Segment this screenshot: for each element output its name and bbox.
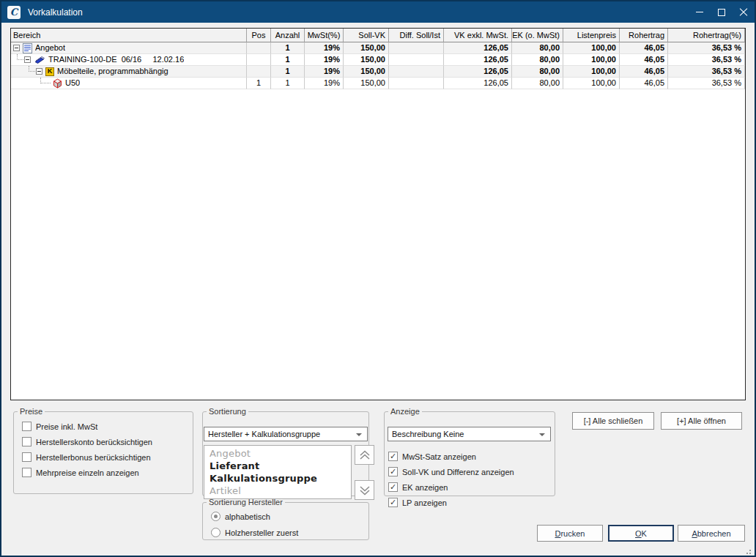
sort-list-item-artikel[interactable]: Artikel — [210, 485, 351, 497]
cell-rohertrag-pct: 36,53 % — [668, 42, 745, 54]
radio-icon[interactable] — [211, 512, 220, 521]
checkbox-herstellerbonus[interactable]: Herstellerbonus berücksichtigen — [22, 452, 193, 463]
tree-label: U50 — [65, 78, 80, 89]
checkbox-preise-inkl-mwst[interactable]: Preise inkl. MwSt — [22, 421, 193, 432]
table-row-moebelteile[interactable]: K Möbelteile, programmabhängig 1 19% 150… — [11, 66, 745, 78]
cell-soll-vk: 150,00 — [344, 66, 389, 78]
beschreibung-dropdown[interactable]: Beschreibung Keine — [388, 427, 551, 441]
cell-anzahl: 1 — [271, 66, 305, 78]
app-icon: C — [7, 6, 21, 19]
cell-mwst: 19% — [305, 66, 344, 78]
group-preise-title: Preise — [18, 407, 45, 416]
checkbox-mehrpreise[interactable]: Mehrpreise einzeln anzeigen — [22, 467, 193, 478]
group-preise: Preise Preise inkl. MwSt Herstellerskont… — [13, 407, 193, 494]
sortierung-dropdown[interactable]: Hersteller + Kalkulationsgruppe — [204, 427, 368, 441]
radio-label: Holzhersteller zuerst — [225, 528, 298, 537]
maximize-button[interactable] — [711, 1, 733, 23]
cell-pos — [247, 42, 271, 54]
cell-vk-exkl: 126,05 — [444, 66, 512, 78]
cell-vk-exkl: 126,05 — [444, 54, 512, 66]
checkbox-ek-anzeigen[interactable]: ✓ EK anzeigen — [388, 482, 555, 493]
cell-ek: 80,00 — [512, 78, 563, 89]
column-header-diff-soll-ist[interactable]: Diff. Soll/Ist — [389, 29, 444, 42]
collapse-expander-icon[interactable] — [24, 56, 31, 63]
maximize-icon — [718, 9, 725, 16]
ok-button[interactable]: OK — [608, 525, 674, 542]
column-header-ek[interactable]: EK (o. MwSt) — [512, 29, 563, 42]
vorkalkulation-table: Bereich Pos Anzahl MwSt(%) Soll-VK Diff.… — [10, 28, 746, 400]
checkbox-icon[interactable] — [22, 468, 32, 477]
radio-alphabetisch[interactable]: alphabetisch — [211, 511, 368, 522]
tree-connector — [40, 78, 51, 83]
checkbox-icon[interactable] — [22, 452, 32, 462]
sort-list-item-kalkulationsgruppe[interactable]: Kalkulationsgruppe — [210, 472, 351, 485]
alle-schliessen-button[interactable]: [-] Alle schließen — [572, 412, 654, 430]
checkbox-label: Herstellerbonus berücksichtigen — [36, 453, 151, 462]
column-header-soll-vk[interactable]: Soll-VK — [344, 29, 389, 42]
checkbox-icon[interactable]: ✓ — [388, 452, 398, 461]
column-header-rohertrag-pct[interactable]: Rohertrag(%) — [668, 29, 745, 42]
cell-diff — [389, 42, 444, 54]
sort-list-item-angebot[interactable]: Angebot — [210, 447, 351, 460]
table-row-u50[interactable]: U50 1 1 19% 150,00 126,05 80,00 100,00 4… — [11, 78, 745, 89]
table-row-training[interactable]: TRAINING-100-DE 06/16 12.02.16 1 19% 150… — [11, 54, 745, 66]
cell-anzahl: 1 — [271, 42, 305, 54]
cell-ek: 80,00 — [512, 54, 563, 66]
checkbox-lp-anzeigen[interactable]: ✓ LP anzeigen — [388, 497, 555, 508]
cell-vk-exkl: 126,05 — [444, 78, 512, 89]
sort-list-item-lieferant[interactable]: Lieferant — [210, 460, 351, 472]
checkbox-soll-vk-differenz-anzeigen[interactable]: ✓ Soll-VK und Differenz anzeigen — [388, 466, 555, 477]
abbrechen-button[interactable]: Abbrechen — [678, 525, 745, 542]
cell-listenpreis: 100,00 — [563, 54, 620, 66]
minimize-button[interactable] — [689, 1, 711, 23]
cell-pos: 1 — [247, 78, 271, 89]
cell-vk-exkl: 126,05 — [444, 42, 512, 54]
cell-listenpreis: 100,00 — [563, 42, 620, 54]
group-anzeige-title: Anzeige — [388, 407, 422, 416]
cell-ek: 80,00 — [512, 66, 563, 78]
checkbox-label: Mehrpreise einzeln anzeigen — [36, 468, 139, 477]
minimize-icon — [696, 12, 703, 12]
drucken-button[interactable]: Drucken — [537, 525, 603, 542]
cell-mwst: 19% — [305, 54, 344, 66]
move-up-button[interactable] — [355, 445, 374, 465]
alle-oeffnen-button[interactable]: [+] Alle öffnen — [661, 412, 742, 430]
checkbox-icon[interactable]: ✓ — [388, 467, 398, 476]
cell-diff — [389, 78, 444, 89]
move-down-button[interactable] — [355, 480, 374, 500]
sortierung-listbox[interactable]: Angebot Lieferant Kalkulationsgruppe Art… — [204, 445, 352, 499]
tree-label: Möbelteile, programmabhängig — [57, 66, 168, 77]
radio-holzhersteller-zuerst[interactable]: Holzhersteller zuerst — [211, 527, 368, 538]
radio-icon[interactable] — [211, 528, 220, 537]
column-header-rohertrag[interactable]: Rohertrag — [620, 29, 668, 42]
column-header-bereich[interactable]: Bereich — [11, 29, 247, 42]
cell-diff — [389, 54, 444, 66]
resize-grip[interactable] — [744, 550, 745, 551]
tree-label: Angebot — [35, 42, 65, 53]
checkbox-label: Soll-VK und Differenz anzeigen — [402, 468, 514, 476]
kalkulationsgruppe-icon: K — [45, 67, 54, 76]
column-header-anzahl[interactable]: Anzahl — [271, 29, 305, 42]
column-header-vk-exkl-mwst[interactable]: VK exkl. MwSt. — [444, 29, 512, 42]
group-sortierung-hersteller-title: Sortierung Hersteller — [207, 498, 285, 506]
checkbox-herstellerskonto[interactable]: Herstellerskonto berücksichtigen — [22, 436, 193, 447]
table-row-angebot[interactable]: Angebot 1 19% 150,00 126,05 80,00 100,00… — [11, 42, 745, 54]
checkbox-icon[interactable]: ✓ — [388, 498, 398, 507]
group-sortierung-title: Sortierung — [207, 407, 248, 416]
collapse-expander-icon[interactable] — [36, 68, 42, 75]
collapse-expander-icon[interactable] — [13, 45, 20, 51]
close-icon — [739, 8, 748, 17]
checkbox-icon[interactable] — [22, 422, 32, 431]
article-cube-icon — [52, 78, 62, 89]
column-header-pos[interactable]: Pos — [247, 29, 271, 42]
cell-rohertrag: 46,05 — [620, 42, 668, 54]
checkbox-icon[interactable]: ✓ — [388, 482, 398, 492]
column-header-mwst[interactable]: MwSt(%) — [305, 29, 344, 42]
checkbox-icon[interactable] — [22, 437, 32, 446]
cell-rohertrag-pct: 36,53 % — [668, 78, 745, 89]
sortierung-dropdown-value: Hersteller + Kalkulationsgruppe — [208, 430, 320, 438]
column-header-listenpreis[interactable]: Listenpreis — [563, 29, 620, 42]
checkbox-mwst-satz-anzeigen[interactable]: ✓ MwSt-Satz anzeigen — [388, 451, 555, 462]
checkbox-label: LP anzeigen — [402, 498, 447, 507]
close-button[interactable] — [733, 1, 755, 23]
